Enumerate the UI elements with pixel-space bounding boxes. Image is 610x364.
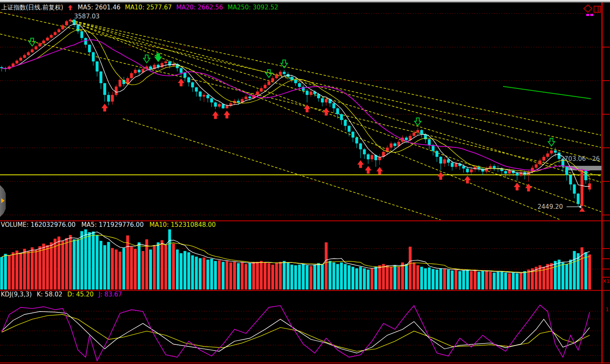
volume-ma10-value: MA10: 152310848.00 xyxy=(150,221,216,228)
right-axis xyxy=(601,2,610,364)
volume-bars xyxy=(0,229,591,289)
window-icon[interactable] xyxy=(594,6,601,12)
diamond-icon[interactable] xyxy=(584,5,592,12)
expand-arrow-icon xyxy=(1,198,5,203)
titlebar-icons xyxy=(583,4,601,16)
kdj-j-value: J: 83.67 xyxy=(99,291,122,298)
kdj-gridlines xyxy=(0,311,601,355)
volume-value: VOLUME: 162032976.00 xyxy=(1,221,75,228)
kdj-k-value: K: 58.02 xyxy=(37,291,63,298)
volume-header: VOLUME: 162032976.00 MA5: 171929776.00 M… xyxy=(1,221,216,228)
kdj-indicator-name: KDJ(9,3,3) xyxy=(1,291,32,298)
volume-ma5-value: MA5: 171929776.00 xyxy=(81,221,143,228)
kdj-lines xyxy=(2,305,590,361)
ma250-line xyxy=(503,86,591,99)
kdj-d-value: D: 45.20 xyxy=(67,291,93,298)
low-price-marker xyxy=(567,205,585,212)
chart-canvas[interactable] xyxy=(0,0,610,364)
trendlines xyxy=(0,12,601,228)
stock-chart-window: 上证指数(日线.前复权) MA5: 2601.46 MA10: 2577.67 … xyxy=(0,0,610,364)
magenta-dots-icon xyxy=(586,14,593,16)
kdj-header: KDJ(9,3,3) K: 58.02 D: 45.20 J: 83.67 xyxy=(1,291,122,298)
